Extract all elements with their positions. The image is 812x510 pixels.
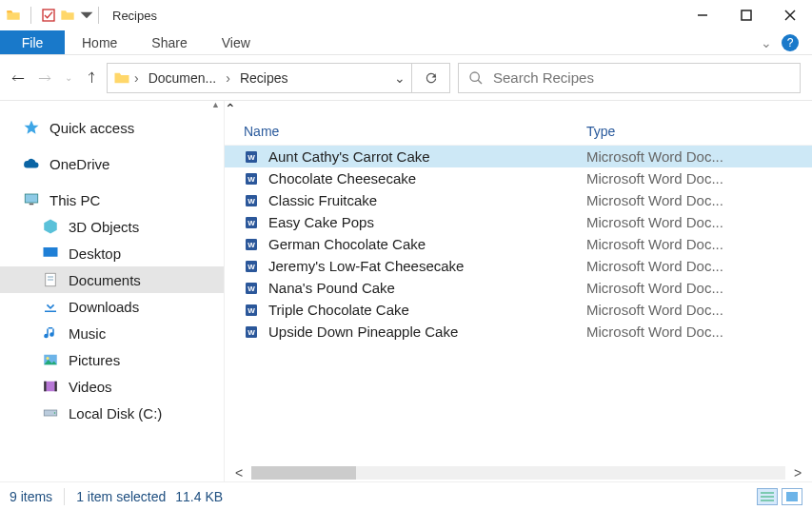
document-icon (42, 271, 59, 288)
chevron-right-icon[interactable]: › (224, 70, 232, 86)
folder-icon (113, 69, 130, 87)
file-name: Aunt Cathy's Carrot Cake (263, 148, 586, 165)
word-doc-icon: W (244, 237, 263, 252)
sort-indicator-icon: ⌃ (225, 101, 812, 116)
disk-icon (42, 404, 59, 422)
chevron-right-icon[interactable]: › (132, 70, 141, 86)
file-type: Microsoft Word Doc... (586, 280, 723, 296)
svg-rect-13 (45, 311, 56, 313)
view-large-icons-button[interactable] (782, 488, 802, 505)
nav-music[interactable]: Music (0, 320, 224, 346)
help-icon[interactable]: ? (782, 34, 799, 51)
address-dropdown-icon[interactable]: ⌄ (394, 70, 406, 86)
scroll-left-icon[interactable]: < (230, 465, 248, 481)
file-name: Chocolate Cheesecake (263, 170, 586, 186)
file-row[interactable]: WJeremy's Low-Fat CheesecakeMicrosoft Wo… (225, 255, 812, 277)
folder-icon (6, 8, 21, 23)
music-icon (42, 324, 59, 342)
address-bar[interactable]: › Documen... › Recipes ⌄ (107, 63, 412, 93)
column-name[interactable]: Name (244, 124, 586, 139)
file-row[interactable]: WAunt Cathy's Carrot CakeMicrosoft Word … (225, 146, 812, 167)
svg-text:W: W (248, 263, 255, 271)
quick-access-check-icon[interactable] (41, 8, 56, 23)
pictures-icon (42, 351, 59, 368)
horizontal-scrollbar[interactable]: < > (225, 464, 812, 481)
this-pc[interactable]: This PC (0, 186, 224, 213)
svg-rect-17 (44, 382, 46, 392)
breadcrumb-seg-1[interactable]: Recipes (234, 69, 294, 88)
status-bar: 9 items 1 item selected 11.4 KB (0, 481, 812, 510)
file-type: Microsoft Word Doc... (586, 324, 723, 340)
minimize-button[interactable] (681, 0, 724, 30)
nav-local-disk[interactable]: Local Disk (C:) (0, 400, 224, 426)
file-type: Microsoft Word Doc... (586, 236, 723, 252)
word-doc-icon: W (244, 215, 263, 230)
close-button[interactable] (768, 0, 812, 30)
onedrive[interactable]: OneDrive (0, 150, 224, 177)
maximize-button[interactable] (724, 0, 768, 30)
svg-line-6 (478, 80, 482, 84)
view-details-button[interactable] (757, 488, 778, 505)
file-tab[interactable]: File (0, 30, 65, 54)
word-doc-icon: W (244, 259, 263, 274)
svg-rect-42 (786, 492, 798, 501)
svg-text:W: W (248, 241, 255, 249)
nav-downloads[interactable]: Downloads (0, 293, 224, 320)
file-row[interactable]: WUpside Down Pineapple CakeMicrosoft Wor… (225, 321, 812, 343)
nav-pictures[interactable]: Pictures (0, 346, 224, 373)
nav-3d-objects[interactable]: 3D Objects (0, 213, 224, 240)
breadcrumb-seg-0[interactable]: Documen... (143, 69, 223, 88)
scroll-up-icon[interactable]: ▲ (211, 101, 220, 109)
file-name: Classic Fruitcake (263, 192, 586, 208)
svg-point-15 (47, 357, 50, 360)
file-list-pane: ⌃ Name Type WAunt Cathy's Carrot CakeMic… (225, 101, 812, 481)
word-doc-icon: W (244, 149, 263, 165)
tab-home[interactable]: Home (65, 30, 134, 54)
up-button[interactable]: 🡑 (86, 70, 99, 86)
refresh-button[interactable] (412, 63, 450, 93)
recent-locations-caret-icon[interactable]: ⌄ (65, 72, 72, 83)
word-doc-icon: W (244, 303, 263, 318)
ribbon-collapse-icon[interactable]: ⌄ (761, 35, 772, 50)
cloud-icon (23, 155, 40, 172)
back-button[interactable]: 🡐 (11, 70, 25, 86)
search-input[interactable] (493, 69, 790, 86)
file-row[interactable]: WNana's Pound CakeMicrosoft Word Doc... (225, 277, 812, 299)
ribbon: File Home Share View ⌄ ? (0, 30, 812, 55)
nav-desktop[interactable]: Desktop (0, 240, 224, 266)
star-icon (23, 119, 40, 136)
file-name: Upside Down Pineapple Cake (263, 324, 586, 340)
word-doc-icon: W (244, 193, 263, 208)
file-row[interactable]: WChocolate CheesecakeMicrosoft Word Doc.… (225, 167, 812, 189)
scroll-right-icon[interactable]: > (789, 465, 806, 481)
cube-icon (42, 218, 59, 235)
column-type[interactable]: Type (586, 124, 793, 139)
navigation-pane[interactable]: ▲ Quick access OneDrive This PC 3D Objec… (0, 101, 225, 481)
word-doc-icon: W (244, 281, 263, 296)
svg-text:W: W (248, 284, 255, 293)
dropdown-caret-icon[interactable] (79, 8, 89, 23)
download-icon (42, 298, 59, 315)
nav-documents[interactable]: Documents (0, 266, 224, 293)
column-headers: Name Type (225, 116, 812, 146)
svg-text:W: W (248, 197, 255, 206)
file-row[interactable]: WTriple Chocolate CakeMicrosoft Word Doc… (225, 299, 812, 321)
forward-button[interactable]: 🡒 (38, 70, 51, 86)
nav-videos[interactable]: Videos (0, 373, 224, 400)
quick-access[interactable]: Quick access (0, 114, 224, 141)
status-item-count: 9 items (10, 489, 52, 504)
search-box[interactable] (458, 63, 801, 93)
file-row[interactable]: WClassic FruitcakeMicrosoft Word Doc... (225, 189, 812, 211)
svg-rect-9 (44, 247, 58, 257)
svg-text:W: W (248, 219, 255, 227)
file-type: Microsoft Word Doc... (586, 258, 723, 274)
scroll-thumb[interactable] (251, 466, 356, 480)
file-name: Jeremy's Low-Fat Cheesecake (263, 258, 586, 274)
tab-share[interactable]: Share (134, 30, 204, 54)
file-row[interactable]: WEasy Cake PopsMicrosoft Word Doc... (225, 211, 812, 233)
svg-rect-8 (30, 204, 34, 206)
tab-view[interactable]: View (205, 30, 267, 54)
status-selected: 1 item selected (76, 489, 166, 504)
svg-rect-7 (25, 194, 38, 203)
file-row[interactable]: WGerman Chocolate CakeMicrosoft Word Doc… (225, 233, 812, 255)
